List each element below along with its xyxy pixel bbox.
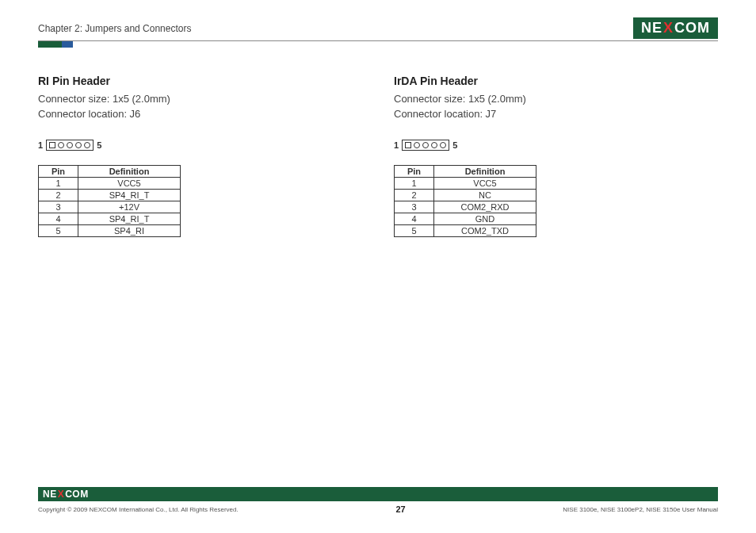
- ri-pin-label-1: 1: [38, 140, 43, 150]
- right-column: IrDA Pin Header Connector size: 1x5 (2.0…: [394, 75, 718, 237]
- footer-bar: NEXCOM: [38, 487, 718, 501]
- table-row: 5SP4_RI: [39, 224, 181, 236]
- logo-text-x: X: [663, 20, 674, 36]
- logo-text-post: COM: [674, 20, 710, 36]
- footer-text-row: Copyright © 2009 NEXCOM International Co…: [38, 504, 718, 514]
- cell-pin: 3: [39, 201, 78, 213]
- ri-pin-box: [46, 140, 94, 151]
- pin-1-icon: [49, 142, 55, 148]
- table-row: 4SP4_RI_T: [39, 213, 181, 224]
- ri-header-title: RI Pin Header: [38, 75, 362, 87]
- pin-3-icon: [422, 142, 429, 148]
- cell-pin: 2: [39, 189, 78, 201]
- ri-pin-table: Pin Definition 1VCC5 2SP4_RI_T 3+12V 4SP…: [38, 165, 181, 237]
- cell-def: GND: [434, 213, 536, 224]
- cell-pin: 3: [395, 201, 434, 213]
- irda-pin-box: [402, 140, 449, 151]
- table-row: 5COM2_TXD: [395, 224, 536, 236]
- table-row: 4GND: [395, 213, 536, 224]
- cell-def: SP4_RI_T: [78, 213, 181, 224]
- manual-title: NISE 3100e, NISE 3100eP2, NISE 3150e Use…: [563, 506, 718, 513]
- nexcom-logo: NEXCOM: [633, 17, 718, 39]
- ri-connector-location: Connector location: J6: [38, 107, 362, 122]
- copyright-text: Copyright © 2009 NEXCOM International Co…: [38, 506, 239, 513]
- irda-connector-location: Connector location: J7: [394, 107, 718, 122]
- col-pin: Pin: [395, 165, 434, 177]
- accent-blue: [62, 41, 73, 48]
- cell-def: SP4_RI: [78, 224, 181, 236]
- irda-header-title: IrDA Pin Header: [394, 75, 718, 87]
- cell-def: COM2_RXD: [434, 201, 536, 213]
- cell-pin: 4: [395, 213, 434, 224]
- cell-def: +12V: [78, 201, 181, 213]
- cell-def: NC: [434, 189, 536, 201]
- irda-pin-table: Pin Definition 1VCC5 2NC 3COM2_RXD 4GND …: [394, 165, 536, 237]
- table-row: 1VCC5: [39, 177, 181, 189]
- cell-def: COM2_TXD: [434, 224, 536, 236]
- pin-4-icon: [431, 142, 437, 148]
- pin-1-icon: [405, 142, 411, 148]
- irda-header-desc: Connector size: 1x5 (2.0mm) Connector lo…: [394, 92, 718, 122]
- logo-text-pre: NE: [43, 489, 57, 500]
- irda-pin-label-1: 1: [394, 140, 399, 150]
- page-number: 27: [395, 504, 405, 514]
- table-row: 2NC: [395, 189, 536, 201]
- pin-4-icon: [75, 142, 82, 148]
- page-header: Chapter 2: Jumpers and Connectors NEXCOM: [38, 17, 718, 41]
- ri-connector-size: Connector size: 1x5 (2.0mm): [38, 92, 362, 107]
- irda-pin-diagram: 1 5: [394, 140, 718, 151]
- chapter-title: Chapter 2: Jumpers and Connectors: [38, 23, 191, 34]
- table-header-row: Pin Definition: [395, 165, 536, 177]
- logo-text-x: X: [58, 489, 65, 500]
- logo-text-post: COM: [65, 489, 89, 500]
- cell-pin: 1: [395, 177, 434, 189]
- cell-pin: 5: [39, 224, 78, 236]
- table-row: 3COM2_RXD: [395, 201, 536, 213]
- ri-pin-diagram: 1 5: [38, 140, 362, 151]
- table-row: 1VCC5: [395, 177, 536, 189]
- content-columns: RI Pin Header Connector size: 1x5 (2.0mm…: [38, 75, 718, 237]
- footer-squares-icon: [704, 487, 718, 501]
- cell-def: VCC5: [434, 177, 536, 189]
- col-definition: Definition: [434, 165, 536, 177]
- cell-pin: 5: [395, 224, 434, 236]
- ri-pin-label-5: 5: [97, 140, 101, 150]
- table-header-row: Pin Definition: [39, 165, 181, 177]
- accent-green: [38, 41, 62, 48]
- col-definition: Definition: [78, 165, 181, 177]
- irda-pin-label-5: 5: [452, 140, 457, 150]
- cell-pin: 2: [395, 189, 434, 201]
- table-row: 2SP4_RI_T: [39, 189, 181, 201]
- pin-2-icon: [58, 142, 64, 148]
- cell-pin: 1: [39, 177, 78, 189]
- cell-def: VCC5: [78, 177, 181, 189]
- cell-def: SP4_RI_T: [78, 189, 181, 201]
- left-column: RI Pin Header Connector size: 1x5 (2.0mm…: [38, 75, 362, 237]
- irda-connector-size: Connector size: 1x5 (2.0mm): [394, 92, 718, 107]
- cell-pin: 4: [39, 213, 78, 224]
- pin-2-icon: [414, 142, 420, 148]
- header-tab-accent: [38, 41, 718, 48]
- table-row: 3+12V: [39, 201, 181, 213]
- ri-header-desc: Connector size: 1x5 (2.0mm) Connector lo…: [38, 92, 362, 122]
- col-pin: Pin: [39, 165, 78, 177]
- pin-3-icon: [67, 142, 73, 148]
- logo-text-pre: NE: [641, 20, 662, 36]
- nexcom-logo-footer: NEXCOM: [43, 489, 89, 500]
- pin-5-icon: [84, 142, 90, 148]
- pin-5-icon: [440, 142, 446, 148]
